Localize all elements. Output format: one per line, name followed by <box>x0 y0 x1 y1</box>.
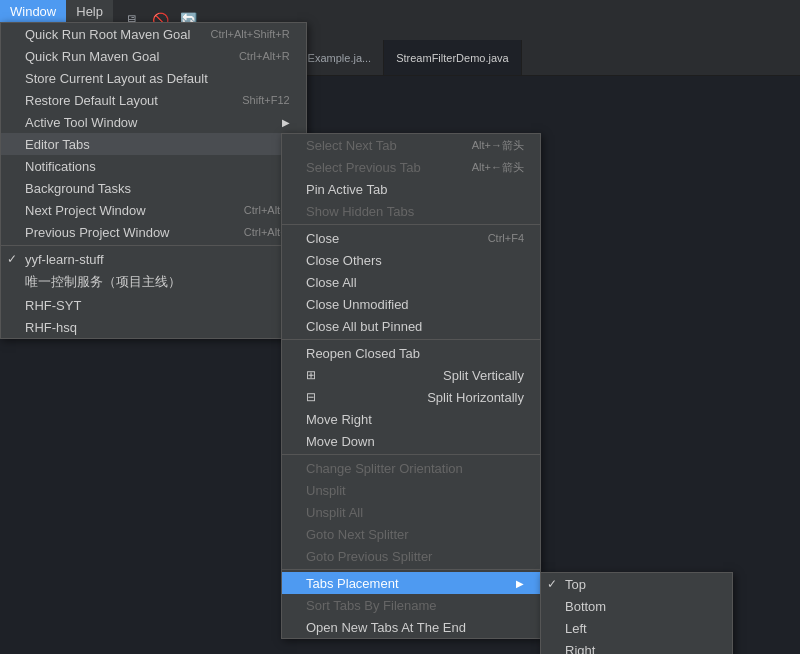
menu-divider-et-1 <box>282 224 540 225</box>
menu-item-restore-layout[interactable]: Restore Default Layout Shift+F12 <box>1 89 306 111</box>
menu-item-bottom[interactable]: Bottom <box>541 595 732 617</box>
menubar-help[interactable]: Help <box>66 0 113 22</box>
menu-item-change-splitter: Change Splitter Orientation <box>282 457 540 479</box>
menu-item-prev-project[interactable]: Previous Project Window Ctrl+Alt+[ <box>1 221 306 243</box>
menu-divider-et-2 <box>282 339 540 340</box>
menu-item-active-tool-window[interactable]: Active Tool Window ▶ <box>1 111 306 133</box>
menu-item-select-prev-tab: Select Previous Tab Alt+←箭头 <box>282 156 540 178</box>
submenu-arrow: ▶ <box>516 578 524 589</box>
menu-item-goto-prev-splitter: Goto Previous Splitter <box>282 545 540 567</box>
menu-item-rhf-syt[interactable]: RHF-SYT <box>1 294 306 316</box>
menu-item-select-next-tab: Select Next Tab Alt+→箭头 <box>282 134 540 156</box>
editor-tabs-submenu: Select Next Tab Alt+→箭头 Select Previous … <box>281 133 541 639</box>
menubar-window[interactable]: Window <box>0 0 66 22</box>
menu-item-open-new-tabs-end[interactable]: Open New Tabs At The End <box>282 616 540 638</box>
menu-item-pin-active-tab[interactable]: Pin Active Tab <box>282 178 540 200</box>
menu-item-split-vertically[interactable]: ⊞ Split Vertically <box>282 364 540 386</box>
menu-item-close-all-but-pinned[interactable]: Close All but Pinned <box>282 315 540 337</box>
menu-item-show-hidden-tabs: Show Hidden Tabs <box>282 200 540 222</box>
menu-item-editor-tabs[interactable]: Editor Tabs ▶ <box>1 133 306 155</box>
split-v-icon: ⊞ <box>306 368 316 382</box>
menu-item-top[interactable]: ✓ Top <box>541 573 732 595</box>
menu-item-split-horizontally[interactable]: ⊟ Split Horizontally <box>282 386 540 408</box>
menu-divider-et-3 <box>282 454 540 455</box>
menu-item-quick-run-maven[interactable]: Quick Run Maven Goal Ctrl+Alt+R <box>1 45 306 67</box>
menu-item-left[interactable]: Left <box>541 617 732 639</box>
checkmark-icon: ✓ <box>7 252 17 266</box>
menu-item-move-right[interactable]: Move Right <box>282 408 540 430</box>
menu-item-right[interactable]: Right <box>541 639 732 654</box>
menu-item-reopen-closed-tab[interactable]: Reopen Closed Tab <box>282 342 540 364</box>
menu-item-move-down[interactable]: Move Down <box>282 430 540 452</box>
menu-item-unsplit: Unsplit <box>282 479 540 501</box>
window-dropdown-menu: Quick Run Root Maven Goal Ctrl+Alt+Shift… <box>0 22 307 339</box>
menu-item-rhf-hsq[interactable]: RHF-hsq <box>1 316 306 338</box>
menu-item-notifications[interactable]: Notifications ▶ <box>1 155 306 177</box>
menu-item-tabs-placement[interactable]: Tabs Placement ▶ ✓ Top Bottom Left R <box>282 572 540 594</box>
checkmark-icon: ✓ <box>547 577 557 591</box>
menu-item-close-unmodified[interactable]: Close Unmodified <box>282 293 540 315</box>
menu-item-next-project[interactable]: Next Project Window Ctrl+Alt+] <box>1 199 306 221</box>
menu-item-close-all[interactable]: Close All <box>282 271 540 293</box>
menu-item-close-others[interactable]: Close Others <box>282 249 540 271</box>
menu-divider-et-4 <box>282 569 540 570</box>
menu-item-goto-next-splitter: Goto Next Splitter <box>282 523 540 545</box>
menu-item-unsplit-all: Unsplit All <box>282 501 540 523</box>
menu-item-background-tasks[interactable]: Background Tasks ▶ <box>1 177 306 199</box>
tab-label: StreamFilterDemo.java <box>396 52 508 64</box>
menu-item-quick-run-root[interactable]: Quick Run Root Maven Goal Ctrl+Alt+Shift… <box>1 23 306 45</box>
menu-item-close[interactable]: Close Ctrl+F4 <box>282 227 540 249</box>
tabs-placement-submenu: ✓ Top Bottom Left Right None <box>540 572 733 654</box>
menu-divider-1 <box>1 245 306 246</box>
split-h-icon: ⊟ <box>306 390 316 404</box>
menu-item-sort-tabs: Sort Tabs By Filename <box>282 594 540 616</box>
tab-streamfilterdemo[interactable]: StreamFilterDemo.java <box>384 40 521 75</box>
menu-item-store-layout[interactable]: Store Current Layout as Default <box>1 67 306 89</box>
menu-bar: Window Help <box>0 0 113 22</box>
menu-item-yyf[interactable]: ✓ yyf-learn-stuff <box>1 248 306 270</box>
menu-item-project-main[interactable]: 唯一控制服务（项目主线） <box>1 270 306 294</box>
submenu-arrow: ▶ <box>282 117 290 128</box>
